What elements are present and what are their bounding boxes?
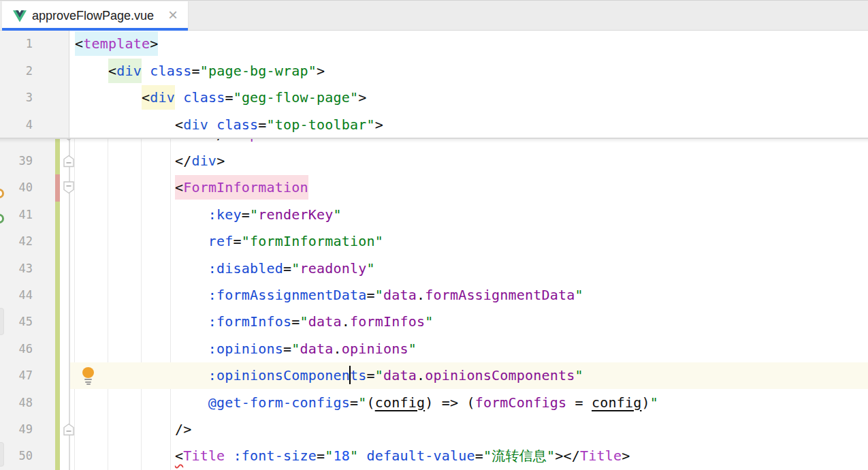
code-line-50[interactable]: 50 <Title :font-size="18" default-value=… <box>0 443 868 469</box>
sticky-panel-shadow <box>0 139 868 143</box>
line-number[interactable]: 47 <box>0 362 33 389</box>
code-line-48[interactable]: 48 @get-form-configs="(config) => (formC… <box>0 390 868 416</box>
line-number[interactable]: 1 <box>0 31 33 57</box>
code-text: :key="renderKey" <box>75 202 342 228</box>
left-edge-artifact-gray <box>0 442 4 467</box>
code-text: /> <box>75 416 191 443</box>
code-text: ref="formInformation" <box>75 228 383 255</box>
code-line-49[interactable]: 49 /> <box>0 416 868 443</box>
code-text: :formInfos="data.formInfos" <box>75 309 433 335</box>
code-text: :opinionsComponents="data.opinionsCompon… <box>75 362 583 389</box>
fold-marker-start-icon[interactable] <box>63 181 74 197</box>
line-number[interactable]: 39 <box>0 148 33 174</box>
code-text: <template> <box>75 31 158 57</box>
line-number[interactable]: 50 <box>0 443 33 469</box>
ide-editor-window: approveFlowPage.vue × 38 </a-space>39 </… <box>0 0 868 470</box>
tab-approveFlowPage[interactable]: approveFlowPage.vue × <box>2 1 189 31</box>
code-text: @get-form-configs="(config) => (formConf… <box>75 390 658 416</box>
code-text: <div class="top-toolbar"> <box>75 112 383 138</box>
code-line-46[interactable]: 46 :opinions="data.opinions" <box>0 336 868 362</box>
line-number[interactable]: 3 <box>0 84 33 111</box>
line-number[interactable]: 45 <box>0 309 33 335</box>
tab-title: approveFlowPage.vue <box>32 1 154 29</box>
fold-marker-end-icon[interactable] <box>63 155 74 170</box>
vue-logo-icon <box>13 10 27 25</box>
line-number[interactable]: 2 <box>0 58 33 84</box>
code-line-2[interactable]: 2 <div class="page-bg-wrap"> <box>0 58 868 84</box>
code-line-39[interactable]: 39 </div> <box>0 148 868 174</box>
code-line-40[interactable]: 40 <FormInformation <box>0 174 868 201</box>
code-line-44[interactable]: 44 :formAssignmentData="data.formAssignm… <box>0 282 868 309</box>
code-text: :opinions="data.opinions" <box>75 336 417 362</box>
code-line-43[interactable]: 43 :disabled="readonly" <box>0 255 868 282</box>
code-text: <div class="page-bg-wrap"> <box>75 58 325 84</box>
line-number[interactable]: 4 <box>0 112 33 138</box>
line-number[interactable]: 49 <box>0 416 33 443</box>
line-number[interactable]: 40 <box>0 174 33 201</box>
editor-tab-bar: approveFlowPage.vue × <box>0 0 868 31</box>
code-line-1[interactable]: 1<template> <box>0 31 868 57</box>
code-line-42[interactable]: 42 ref="formInformation" <box>0 228 868 255</box>
line-number[interactable]: 42 <box>0 228 33 255</box>
code-text: :formAssignmentData="data.formAssignment… <box>75 282 583 309</box>
code-line-47[interactable]: 47 :opinionsComponents="data.opinionsCom… <box>0 362 868 389</box>
sticky-lines-panel: 1<template>2 <div class="page-bg-wrap">3… <box>0 31 868 138</box>
code-text: <div class="geg-flow-page"> <box>75 84 367 111</box>
left-edge-artifact-gray <box>0 308 4 335</box>
text-caret <box>349 366 351 384</box>
code-line-41[interactable]: 41 :key="renderKey" <box>0 202 868 228</box>
code-text: </div> <box>75 148 225 174</box>
line-number[interactable]: 43 <box>0 255 33 282</box>
fold-marker-end-icon[interactable] <box>63 423 74 439</box>
line-number[interactable]: 44 <box>0 282 33 309</box>
line-number[interactable]: 46 <box>0 336 33 362</box>
code-line-3[interactable]: 3 <div class="geg-flow-page"> <box>0 84 868 111</box>
code-text: <Title :font-size="18" default-value="流转… <box>75 443 630 469</box>
code-text: <FormInformation <box>75 174 308 201</box>
line-number[interactable]: 48 <box>0 390 33 416</box>
tab-close-icon[interactable]: × <box>168 1 178 29</box>
line-number[interactable]: 41 <box>0 202 33 228</box>
code-line-4[interactable]: 4 <div class="top-toolbar"> <box>0 112 868 138</box>
code-text: :disabled="readonly" <box>75 255 375 282</box>
editor-scroll-area[interactable]: 38 </a-space>39 </div>40 <FormInformatio… <box>0 139 868 470</box>
code-line-45[interactable]: 45 :formInfos="data.formInfos" <box>0 309 868 335</box>
